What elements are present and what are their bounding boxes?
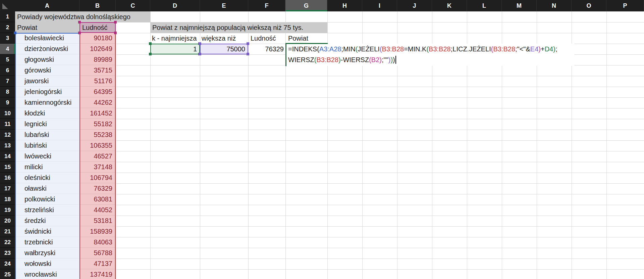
row-header-12[interactable]: 12 (0, 130, 15, 140)
ludnosc-cell[interactable]: 37148 (79, 162, 116, 173)
ludnosc-cell[interactable]: 106794 (79, 173, 116, 183)
row-header-21[interactable]: 21 (0, 226, 15, 237)
row-header-8[interactable]: 8 (0, 87, 15, 97)
ludnosc-cell[interactable]: 84063 (79, 237, 116, 248)
column-header-D[interactable]: D (150, 0, 200, 11)
cell-G3-label[interactable]: Powiat (285, 33, 327, 44)
column-header-A[interactable]: A (15, 0, 79, 11)
row-header-16[interactable]: 16 (0, 173, 15, 183)
ludnosc-cell[interactable]: 51176 (79, 76, 116, 87)
selection-handle[interactable] (149, 42, 152, 45)
row-header-7[interactable]: 7 (0, 76, 15, 87)
ludnosc-cell[interactable]: 106355 (79, 140, 116, 151)
column-header-M[interactable]: M (502, 0, 537, 11)
cell-F3-label[interactable]: Ludność (248, 33, 285, 44)
selection-handle[interactable] (14, 32, 16, 34)
cell-E4-threshold[interactable]: 75000 (200, 44, 248, 54)
row-header-4[interactable]: 4 (0, 44, 15, 54)
selection-handle[interactable] (114, 32, 117, 34)
powiat-cell[interactable]: lubański (15, 130, 79, 140)
row-header-20[interactable]: 20 (0, 216, 15, 226)
ludnosc-cell[interactable]: 63081 (79, 194, 116, 205)
column-header-L[interactable]: L (467, 0, 502, 11)
powiat-cell[interactable]: legnicki (15, 119, 79, 130)
powiat-cell[interactable]: trzebnicki (15, 237, 79, 248)
powiat-cell[interactable]: jaworski (15, 76, 79, 87)
powiat-cell[interactable]: polkowicki (15, 194, 79, 205)
selection-handle[interactable] (149, 53, 152, 55)
column-header-P[interactable]: P (606, 0, 644, 11)
powiat-cell[interactable]: wałbrzyski (15, 248, 79, 259)
selection-handle[interactable] (78, 21, 81, 24)
row-header-17[interactable]: 17 (0, 183, 15, 194)
powiat-cell[interactable]: głogowski (15, 54, 79, 65)
ludnosc-cell[interactable]: 44052 (79, 205, 116, 216)
row-header-1[interactable]: 1 (0, 11, 15, 22)
ludnosc-cell[interactable]: 35715 (79, 65, 116, 76)
powiat-cell[interactable]: lubiński (15, 140, 79, 151)
powiat-cell[interactable]: oławski (15, 183, 79, 194)
column-header-J[interactable]: J (397, 0, 432, 11)
ludnosc-cell[interactable]: 47137 (79, 259, 116, 269)
cell-E3-label[interactable]: większa niż (200, 33, 248, 44)
ludnosc-cell[interactable]: 102649 (79, 44, 116, 54)
powiat-cell[interactable]: górowski (15, 65, 79, 76)
powiat-cell[interactable]: strzeliński (15, 205, 79, 216)
column-header-H[interactable]: H (327, 0, 362, 11)
row-header-10[interactable]: 10 (0, 108, 15, 119)
row-header-19[interactable]: 19 (0, 205, 15, 216)
ludnosc-cell[interactable]: 56788 (79, 248, 116, 259)
row-header-6[interactable]: 6 (0, 65, 15, 76)
column-header-N[interactable]: N (537, 0, 572, 11)
powiat-cell[interactable]: milicki (15, 162, 79, 173)
column-header-E[interactable]: E (200, 0, 248, 11)
ludnosc-cell[interactable]: 158939 (79, 226, 116, 237)
column-header-C[interactable]: C (116, 0, 150, 11)
ludnosc-cell[interactable]: 55238 (79, 130, 116, 140)
row-header-11[interactable]: 11 (0, 119, 15, 130)
row-header-24[interactable]: 24 (0, 259, 15, 269)
cell-D4-k-value[interactable]: 1 (150, 44, 200, 54)
selection-handle[interactable] (199, 42, 201, 45)
powiat-cell[interactable]: wołowski (15, 259, 79, 269)
select-all-corner[interactable] (0, 0, 15, 11)
cell-D2-title[interactable]: Powiat z najmniejszą populacją wiekszą n… (150, 22, 327, 33)
powiat-cell[interactable]: kłodzki (15, 108, 79, 119)
ludnosc-cell[interactable]: 53181 (79, 216, 116, 226)
column-header-K[interactable]: K (432, 0, 467, 11)
powiat-cell[interactable]: kamiennogórski (15, 97, 79, 108)
powiat-cell[interactable]: średzki (15, 216, 79, 226)
column-header-G[interactable]: G (285, 0, 327, 11)
powiat-cell[interactable]: dzierżoniowski (15, 44, 79, 54)
row-header-25[interactable]: 25 (0, 269, 15, 279)
ludnosc-cell[interactable]: 46527 (79, 151, 116, 162)
selection-handle[interactable] (114, 21, 117, 24)
ludnosc-cell[interactable]: 76329 (79, 183, 116, 194)
row-header-9[interactable]: 9 (0, 97, 15, 108)
row-header-22[interactable]: 22 (0, 237, 15, 248)
selection-handle[interactable] (78, 32, 81, 34)
row-header-3[interactable]: 3 (0, 33, 15, 44)
column-header-I[interactable]: I (362, 0, 397, 11)
ludnosc-cell[interactable]: 44262 (79, 97, 116, 108)
powiat-cell[interactable]: jeleniogórski (15, 87, 79, 97)
ludnosc-cell[interactable]: 55182 (79, 119, 116, 130)
cell-F4-population[interactable]: 76329 (248, 44, 285, 54)
formula-line-1[interactable]: =INDEKS(A3:A28;MIN(JEŻELI(B3:B28=MIN.K(B… (288, 44, 557, 54)
powiat-cell[interactable]: oleśnicki (15, 173, 79, 183)
powiat-cell[interactable]: wrocławski (15, 269, 79, 279)
ludnosc-cell[interactable]: 89989 (79, 54, 116, 65)
row-header-23[interactable]: 23 (0, 248, 15, 259)
row-header-13[interactable]: 13 (0, 140, 15, 151)
row-header-5[interactable]: 5 (0, 54, 15, 65)
column-header-O[interactable]: O (572, 0, 606, 11)
powiat-cell[interactable]: lwówecki (15, 151, 79, 162)
cell-A2-header[interactable]: Powiat (15, 22, 79, 33)
cell-D3-label[interactable]: k - najmniejsza (150, 33, 200, 44)
selection-handle[interactable] (247, 53, 249, 55)
row-header-18[interactable]: 18 (0, 194, 15, 205)
row-header-15[interactable]: 15 (0, 162, 15, 173)
column-header-B[interactable]: B (79, 0, 116, 11)
ludnosc-cell[interactable]: 64395 (79, 87, 116, 97)
powiat-cell[interactable]: bolesławiecki (15, 33, 79, 44)
